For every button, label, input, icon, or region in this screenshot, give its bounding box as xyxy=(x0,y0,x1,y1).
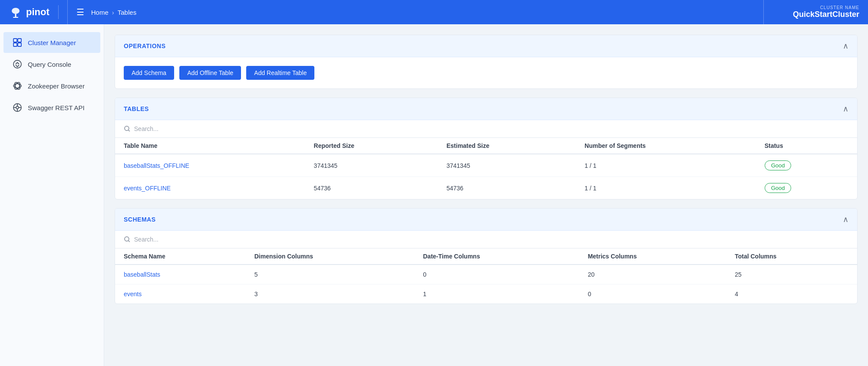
operations-toggle[interactable]: ∧ xyxy=(843,41,848,51)
table-cell-name: baseballStats_OFFLINE xyxy=(115,154,305,177)
svg-rect-1 xyxy=(15,14,17,17)
schema-cell-metrics: 20 xyxy=(579,265,726,284)
svg-rect-2 xyxy=(13,17,18,18)
schema-cell-dimension: 3 xyxy=(246,284,415,304)
table-cell-estimated-size: 3741345 xyxy=(438,154,576,177)
svg-point-0 xyxy=(12,8,20,14)
schema-cell-datetime: 0 xyxy=(414,265,579,284)
cluster-label: CLUSTER NAME xyxy=(793,5,859,10)
sidebar-item-swagger-rest-api[interactable]: Swagger REST API xyxy=(3,97,100,118)
schemas-table: Schema Name Dimension Columns Date-Time … xyxy=(115,248,857,304)
schema-cell-total: 4 xyxy=(726,284,857,304)
operations-section: OPERATIONS ∧ Add Schema Add Offline Tabl… xyxy=(115,35,858,89)
schemas-header: SCHEMAS ∧ xyxy=(115,209,857,231)
svg-rect-6 xyxy=(18,43,21,46)
schemas-search-container xyxy=(115,231,857,248)
sidebar-item-query-console[interactable]: Query Console xyxy=(3,54,100,75)
schema-row: baseballStats 5 0 20 25 xyxy=(115,265,857,284)
schema-name-link[interactable]: events xyxy=(124,291,142,297)
sidebar-label-zookeeper-browser: Zookeeper Browser xyxy=(28,82,85,90)
tables-search-wrap xyxy=(124,125,848,132)
add-offline-table-button[interactable]: Add Offline Table xyxy=(179,66,241,80)
add-realtime-table-button[interactable]: Add Realtime Table xyxy=(246,66,314,80)
tables-title: TABLES xyxy=(124,105,149,112)
table-row: baseballStats_OFFLINE 3741345 3741345 1 … xyxy=(115,154,857,177)
zookeeper-browser-icon xyxy=(12,81,23,91)
swagger-rest-api-icon xyxy=(12,102,23,113)
status-badge: Good xyxy=(765,160,792,170)
schema-cell-datetime: 1 xyxy=(414,284,579,304)
schema-cell-total: 25 xyxy=(726,265,857,284)
add-schema-button[interactable]: Add Schema xyxy=(124,66,174,80)
svg-rect-3 xyxy=(13,39,17,42)
col-metrics-columns: Metrics Columns xyxy=(579,248,726,265)
col-datetime-columns: Date-Time Columns xyxy=(414,248,579,265)
top-nav: pinot ☰ Home › Tables CLUSTER NAME Quick… xyxy=(0,0,868,24)
schemas-search-icon xyxy=(124,236,131,243)
operations-title: OPERATIONS xyxy=(124,42,166,49)
svg-rect-5 xyxy=(13,43,17,46)
schema-cell-dimension: 5 xyxy=(246,265,415,284)
breadcrumb-home[interactable]: Home xyxy=(91,9,109,16)
cluster-name: QuickStartCluster xyxy=(793,10,859,19)
cluster-manager-icon xyxy=(12,37,23,48)
table-name-link[interactable]: events_OFFLINE xyxy=(124,185,171,192)
table-row: events_OFFLINE 54736 54736 1 / 1 Good xyxy=(115,177,857,199)
status-badge: Good xyxy=(765,183,792,193)
breadcrumb: Home › Tables xyxy=(91,9,136,16)
tables-section: TABLES ∧ Table Name Reported Size xyxy=(115,98,858,199)
tables-toggle[interactable]: ∧ xyxy=(843,104,848,114)
table-cell-reported-size: 54736 xyxy=(305,177,438,199)
table-cell-segments: 1 / 1 xyxy=(576,177,756,199)
operations-buttons: Add Schema Add Offline Table Add Realtim… xyxy=(124,66,848,80)
schema-name-link[interactable]: baseballStats xyxy=(124,271,160,278)
cluster-info: CLUSTER NAME QuickStartCluster xyxy=(793,5,859,19)
table-cell-reported-size: 3741345 xyxy=(305,154,438,177)
schemas-header-row: Schema Name Dimension Columns Date-Time … xyxy=(115,248,857,265)
schema-cell-name: baseballStats xyxy=(115,265,246,284)
svg-rect-4 xyxy=(18,39,21,42)
sidebar-label-cluster-manager: Cluster Manager xyxy=(28,39,76,46)
sidebar-item-cluster-manager[interactable]: Cluster Manager xyxy=(3,32,100,53)
svg-line-14 xyxy=(128,130,129,131)
col-estimated-size: Estimated Size xyxy=(438,138,576,154)
svg-point-12 xyxy=(16,106,19,109)
main-content: OPERATIONS ∧ Add Schema Add Offline Tabl… xyxy=(104,24,868,366)
tables-search-container xyxy=(115,120,857,138)
sidebar: Cluster Manager Query Console Zookeepe xyxy=(0,24,104,366)
breadcrumb-separator: › xyxy=(112,9,114,16)
logo-text: pinot xyxy=(26,7,50,18)
table-cell-status: Good xyxy=(756,154,857,177)
table-cell-segments: 1 / 1 xyxy=(576,154,756,177)
svg-line-16 xyxy=(128,240,129,242)
tables-search-input[interactable] xyxy=(134,125,848,132)
col-total-columns: Total Columns xyxy=(726,248,857,265)
tables-table: Table Name Reported Size Estimated Size … xyxy=(115,138,857,199)
breadcrumb-current: Tables xyxy=(118,9,136,16)
schemas-search-wrap xyxy=(124,236,848,243)
table-cell-estimated-size: 54736 xyxy=(438,177,576,199)
tables-header-row: Table Name Reported Size Estimated Size … xyxy=(115,138,857,154)
col-table-name: Table Name xyxy=(115,138,305,154)
sidebar-item-zookeeper-browser[interactable]: Zookeeper Browser xyxy=(3,75,100,96)
query-console-icon xyxy=(12,59,23,69)
operations-body: Add Schema Add Offline Table Add Realtim… xyxy=(115,57,857,88)
sidebar-label-swagger-rest-api: Swagger REST API xyxy=(28,104,85,111)
col-dimension-columns: Dimension Columns xyxy=(246,248,415,265)
operations-header: OPERATIONS ∧ xyxy=(115,35,857,57)
table-cell-status: Good xyxy=(756,177,857,199)
menu-icon[interactable]: ☰ xyxy=(76,7,84,17)
table-cell-name: events_OFFLINE xyxy=(115,177,305,199)
table-name-link[interactable]: baseballStats_OFFLINE xyxy=(124,162,189,169)
schema-cell-metrics: 0 xyxy=(579,284,726,304)
tables-search-icon xyxy=(124,125,131,132)
pinot-logo-icon xyxy=(9,5,23,19)
col-reported-size: Reported Size xyxy=(305,138,438,154)
sidebar-label-query-console: Query Console xyxy=(28,61,71,68)
col-status: Status xyxy=(756,138,857,154)
logo: pinot xyxy=(9,5,59,19)
schemas-section: SCHEMAS ∧ Schema Name Dimension Columns xyxy=(115,208,858,304)
schemas-toggle[interactable]: ∧ xyxy=(843,215,848,224)
schemas-title: SCHEMAS xyxy=(124,216,156,223)
schemas-search-input[interactable] xyxy=(134,236,848,243)
